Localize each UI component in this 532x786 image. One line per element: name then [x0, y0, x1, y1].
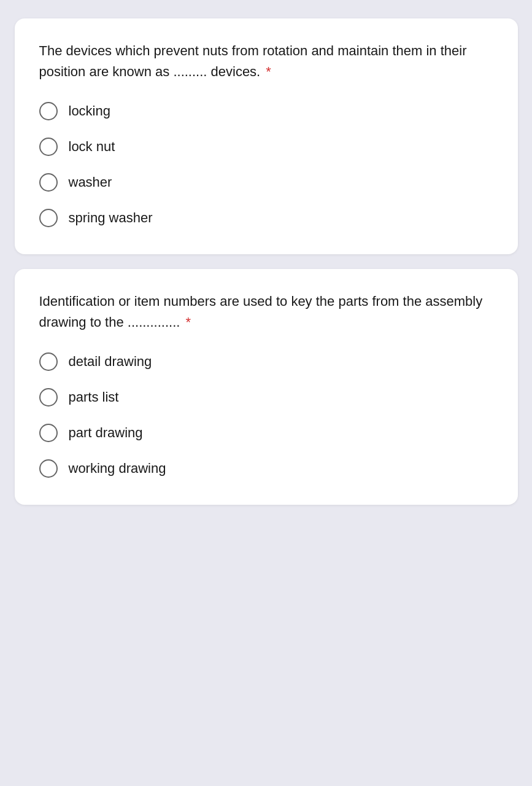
option-spring-washer-label: spring washer: [69, 210, 153, 226]
radio-part-drawing[interactable]: [39, 424, 58, 442]
radio-working-drawing[interactable]: [39, 459, 58, 478]
option-washer-label: washer: [69, 174, 112, 190]
question-2-text: Identification or item numbers are used …: [39, 291, 493, 333]
radio-parts-list[interactable]: [39, 388, 58, 407]
question-1-options: locking lock nut washer spring washer: [39, 102, 493, 227]
question-card-1: The devices which prevent nuts from rota…: [15, 18, 518, 254]
option-lock-nut-label: lock nut: [69, 139, 115, 155]
option-working-drawing[interactable]: working drawing: [39, 459, 493, 478]
option-detail-drawing[interactable]: detail drawing: [39, 352, 493, 371]
radio-detail-drawing[interactable]: [39, 352, 58, 371]
option-working-drawing-label: working drawing: [69, 461, 166, 477]
option-detail-drawing-label: detail drawing: [69, 354, 152, 370]
radio-washer[interactable]: [39, 173, 58, 192]
option-part-drawing-label: part drawing: [69, 425, 143, 441]
required-indicator-1: *: [262, 64, 271, 79]
option-part-drawing[interactable]: part drawing: [39, 424, 493, 442]
option-washer[interactable]: washer: [39, 173, 493, 192]
radio-lock-nut[interactable]: [39, 138, 58, 156]
option-locking[interactable]: locking: [39, 102, 493, 120]
option-lock-nut[interactable]: lock nut: [39, 138, 493, 156]
question-card-2: Identification or item numbers are used …: [15, 269, 518, 505]
radio-spring-washer[interactable]: [39, 209, 58, 227]
option-parts-list-label: parts list: [69, 389, 119, 405]
radio-locking[interactable]: [39, 102, 58, 120]
option-locking-label: locking: [69, 103, 110, 119]
question-1-text: The devices which prevent nuts from rota…: [39, 41, 493, 82]
question-2-options: detail drawing parts list part drawing w…: [39, 352, 493, 478]
required-indicator-2: *: [182, 314, 191, 330]
option-spring-washer[interactable]: spring washer: [39, 209, 493, 227]
option-parts-list[interactable]: parts list: [39, 388, 493, 407]
